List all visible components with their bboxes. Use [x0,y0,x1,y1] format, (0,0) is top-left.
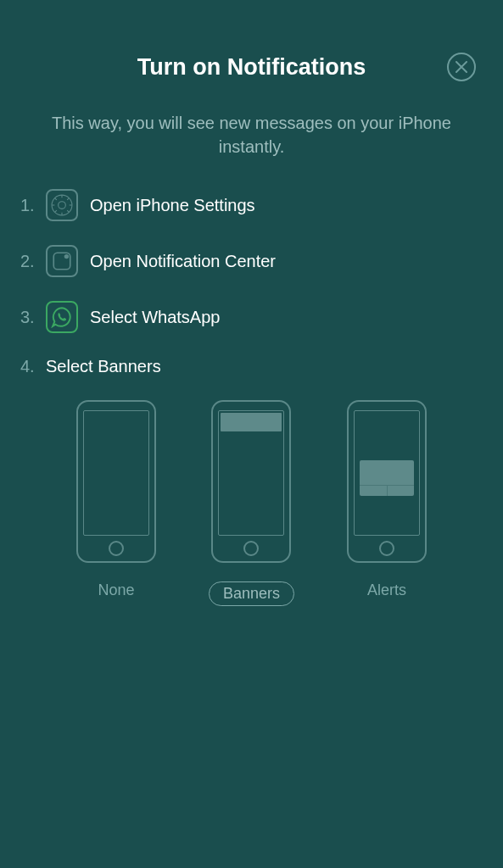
phone-illustration-banners [211,400,291,563]
whatsapp-icon [46,301,78,333]
close-button[interactable] [447,53,476,81]
step-open-notification-center: 2. Open Notification Center [20,245,483,277]
phone-illustration-alerts [347,400,427,563]
step-number: 4. [20,357,39,376]
gear-icon [46,189,78,221]
notification-icon [46,245,78,277]
step-open-settings: 1. Open iPhone Settings [20,189,483,221]
notification-style-options: None Banners Alerts [0,400,503,606]
option-banners[interactable]: Banners [209,400,294,606]
step-label: Open Notification Center [90,252,276,271]
option-label: Banners [209,581,294,606]
step-select-whatsapp: 3. Select WhatsApp [20,301,483,333]
step-number: 3. [20,308,39,327]
step-number: 1. [20,196,39,215]
svg-point-3 [64,254,69,259]
option-none[interactable]: None [76,400,156,606]
steps-list: 1. Open iPhone Settings 2. Open Notifica… [0,189,503,376]
page-title: Turn on Notifications [0,54,503,81]
option-label: None [98,581,134,599]
option-alerts[interactable]: Alerts [347,400,427,606]
phone-illustration-none [76,400,156,563]
page-subtitle: This way, you will see new messages on y… [0,111,503,159]
step-select-banners: 4. Select Banners [20,357,483,376]
option-label: Alerts [367,581,406,599]
close-icon [455,61,467,73]
step-label: Open iPhone Settings [90,196,255,215]
step-number: 2. [20,252,39,271]
step-label: Select WhatsApp [90,308,220,327]
svg-point-1 [59,202,66,209]
step-label: Select Banners [46,357,161,376]
